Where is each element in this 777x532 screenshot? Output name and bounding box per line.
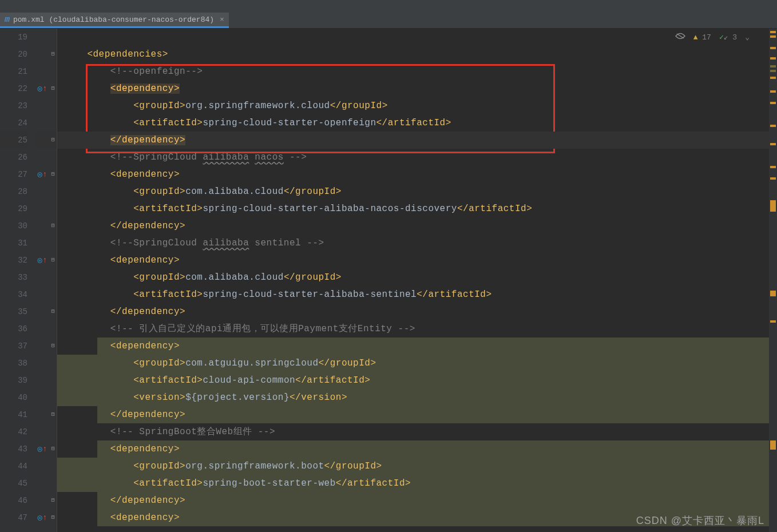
line-number: 23 bbox=[0, 97, 27, 114]
code-line[interactable]: <dependency> bbox=[57, 80, 769, 97]
code-line[interactable]: <groupId>com.alibaba.cloud</groupId> bbox=[57, 269, 769, 286]
vcs-mark: ◎↑ bbox=[35, 166, 49, 183]
line-number: 21 bbox=[0, 63, 27, 80]
fold-handle[interactable]: ⊟ bbox=[49, 166, 57, 183]
code-line[interactable]: <artifactId>cloud-api-common</artifactId… bbox=[57, 372, 769, 389]
stripe-marker[interactable] bbox=[770, 35, 776, 38]
fold-handle[interactable]: ⊟ bbox=[49, 252, 57, 269]
stripe-marker[interactable] bbox=[770, 291, 776, 296]
stripe-marker[interactable] bbox=[770, 320, 776, 323]
code-line[interactable]: </dependency> bbox=[57, 406, 769, 423]
warning-indicator[interactable]: ▲ 17 bbox=[693, 33, 711, 42]
stripe-marker[interactable] bbox=[770, 47, 776, 49]
stripe-marker[interactable] bbox=[770, 70, 776, 72]
line-number: 22 bbox=[0, 80, 27, 97]
code-content[interactable]: ▲ 17 ✓↙ 3 ⌄ <dependencies> <!--openfeign… bbox=[57, 29, 769, 532]
code-line[interactable]: </dependency> bbox=[57, 492, 769, 509]
error-stripe[interactable] bbox=[769, 29, 777, 532]
reader-mode-icon[interactable] bbox=[675, 32, 685, 42]
line-number-gutter[interactable]: 1920212223242526272829303132333435363738… bbox=[0, 29, 35, 532]
code-line[interactable]: <dependencies> bbox=[57, 46, 769, 63]
line-number: 31 bbox=[0, 235, 27, 252]
fold-handle[interactable]: ⊟ bbox=[49, 303, 57, 320]
code-line[interactable]: <dependency> bbox=[57, 440, 769, 458]
line-number: 29 bbox=[0, 200, 27, 217]
tab-title: pom.xml (cloudalibaba-consumer-nacos-ord… bbox=[13, 15, 214, 24]
vcs-mark bbox=[35, 97, 49, 114]
code-line[interactable]: <!--SpringCloud ailibaba nacos --> bbox=[57, 149, 769, 166]
code-line[interactable]: <groupId>org.springframework.cloud</grou… bbox=[57, 97, 769, 114]
vcs-mark bbox=[35, 286, 49, 303]
vcs-mark bbox=[35, 355, 49, 372]
code-line[interactable]: <version>${project.version}</version> bbox=[57, 389, 769, 406]
code-line[interactable]: </dependency> bbox=[57, 217, 769, 235]
code-line[interactable] bbox=[57, 29, 769, 46]
inspection-widget[interactable]: ▲ 17 ✓↙ 3 ⌄ bbox=[672, 31, 753, 43]
tab-pom-xml[interactable]: m pom.xml (cloudalibaba-consumer-nacos-o… bbox=[0, 13, 229, 28]
editor-tab-bar: m pom.xml (cloudalibaba-consumer-nacos-o… bbox=[0, 13, 777, 29]
fold-handle[interactable]: ⊟ bbox=[49, 406, 57, 423]
code-line[interactable]: <!--SpringCloud ailibaba sentinel --> bbox=[57, 235, 769, 252]
close-icon[interactable]: × bbox=[220, 15, 224, 24]
code-line[interactable]: <!-- 引入自己定义的api通用包，可以使用Payment支付Entity -… bbox=[57, 320, 769, 338]
stripe-marker[interactable] bbox=[770, 65, 776, 68]
code-line[interactable]: <groupId>com.alibaba.cloud</groupId> bbox=[57, 183, 769, 200]
line-number: 20 bbox=[0, 46, 27, 63]
code-line[interactable]: <!-- SpringBoot整合Web组件 --> bbox=[57, 423, 769, 440]
commit-indicator[interactable]: ✓↙ 3 bbox=[719, 33, 737, 42]
code-line[interactable]: <dependency> bbox=[57, 252, 769, 269]
stripe-marker[interactable] bbox=[770, 203, 776, 212]
fold-handle bbox=[49, 235, 57, 252]
vcs-mark bbox=[35, 492, 49, 509]
code-line[interactable]: <artifactId>spring-cloud-starter-openfei… bbox=[57, 114, 769, 132]
code-line[interactable]: <artifactId>spring-cloud-starter-alibaba… bbox=[57, 200, 769, 217]
code-line[interactable]: <artifactId>spring-boot-starter-web</art… bbox=[57, 475, 769, 492]
line-number: 45 bbox=[0, 475, 27, 492]
fold-handle bbox=[49, 458, 57, 475]
line-number: 35 bbox=[0, 303, 27, 320]
stripe-marker[interactable] bbox=[770, 143, 776, 145]
fold-handle[interactable]: ⊟ bbox=[49, 492, 57, 509]
vcs-gutter[interactable]: ◎↑◎↑◎↑◎↑◎↑ bbox=[35, 29, 49, 532]
vcs-mark bbox=[35, 29, 49, 46]
code-line[interactable]: <!--openfeign--> bbox=[57, 63, 769, 80]
vcs-mark: ◎↑ bbox=[35, 252, 49, 269]
fold-handle bbox=[49, 389, 57, 406]
chevron-down-icon[interactable]: ⌄ bbox=[745, 33, 750, 42]
fold-handle[interactable]: ⊟ bbox=[49, 80, 57, 97]
fold-handle[interactable]: ⊟ bbox=[49, 46, 57, 63]
code-line[interactable]: <dependency> bbox=[57, 166, 769, 183]
fold-gutter[interactable]: ⊟⊟⊟⊟⊟⊟⊟⊟⊟⊟⊟⊟ bbox=[49, 29, 57, 532]
stripe-marker[interactable] bbox=[770, 90, 776, 93]
fold-handle[interactable]: ⊟ bbox=[49, 338, 57, 355]
line-number: 25 bbox=[0, 132, 27, 149]
code-line[interactable]: <dependency> bbox=[57, 338, 769, 355]
stripe-marker[interactable] bbox=[770, 166, 776, 168]
code-line[interactable]: <dependency> bbox=[57, 509, 769, 526]
line-number: 46 bbox=[0, 492, 27, 509]
stripe-marker[interactable] bbox=[770, 31, 776, 33]
vcs-mark: ◎↑ bbox=[35, 80, 49, 97]
fold-handle[interactable]: ⊟ bbox=[49, 132, 57, 149]
fold-handle[interactable]: ⊟ bbox=[49, 509, 57, 526]
fold-handle[interactable]: ⊟ bbox=[49, 217, 57, 235]
vcs-mark bbox=[35, 372, 49, 389]
fold-handle bbox=[49, 475, 57, 492]
vcs-mark bbox=[35, 114, 49, 132]
code-line[interactable]: <groupId>org.springframework.boot</group… bbox=[57, 458, 769, 475]
stripe-marker[interactable] bbox=[770, 77, 776, 79]
code-line[interactable]: <groupId>com.atguigu.springcloud</groupI… bbox=[57, 355, 769, 372]
code-line[interactable]: <artifactId>spring-cloud-starter-alibaba… bbox=[57, 286, 769, 303]
stripe-marker[interactable] bbox=[770, 177, 776, 180]
code-line[interactable]: </dependency> bbox=[57, 132, 769, 149]
line-number: 41 bbox=[0, 406, 27, 423]
stripe-marker[interactable] bbox=[770, 57, 776, 59]
stripe-marker[interactable] bbox=[770, 102, 776, 104]
line-number: 27 bbox=[0, 166, 27, 183]
line-number: 33 bbox=[0, 269, 27, 286]
fold-handle[interactable]: ⊟ bbox=[49, 440, 57, 458]
stripe-marker[interactable] bbox=[770, 125, 776, 127]
vcs-mark: ◎↑ bbox=[35, 440, 49, 458]
stripe-marker[interactable] bbox=[770, 440, 776, 450]
code-line[interactable]: </dependency> bbox=[57, 303, 769, 320]
